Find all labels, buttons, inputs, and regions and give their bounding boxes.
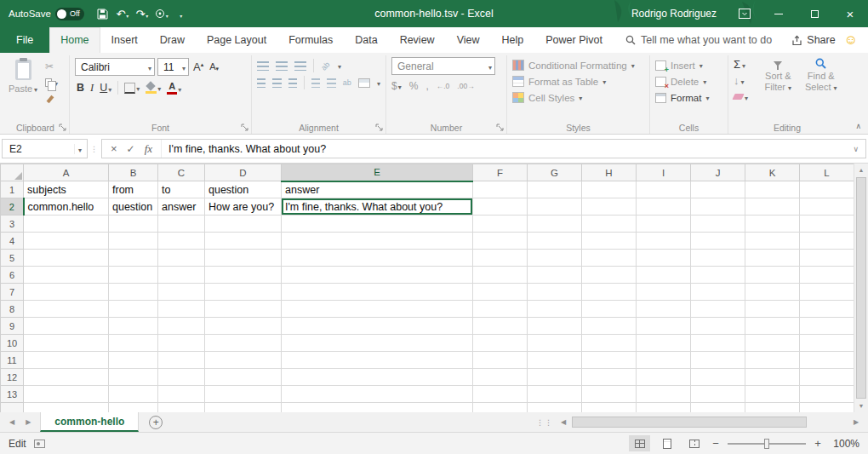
cancel-button[interactable]: × xyxy=(111,142,117,155)
cell-D13[interactable] xyxy=(205,386,282,403)
cell-L5[interactable] xyxy=(800,250,854,267)
row-header-7[interactable]: 7 xyxy=(1,284,24,301)
cell-H10[interactable] xyxy=(582,335,637,352)
page-break-view-button[interactable] xyxy=(683,435,705,451)
cell-K1[interactable] xyxy=(745,181,800,198)
cell-E13[interactable] xyxy=(282,386,473,403)
scroll-left-button[interactable]: ◀ xyxy=(557,418,570,426)
column-header-G[interactable]: G xyxy=(528,164,582,181)
cell-G10[interactable] xyxy=(528,335,582,352)
cell-B10[interactable] xyxy=(109,335,158,352)
new-sheet-button[interactable]: + xyxy=(149,416,163,429)
cell-H8[interactable] xyxy=(582,301,637,318)
cell-Hp[interactable] xyxy=(582,403,637,413)
share-button[interactable]: Share xyxy=(783,27,843,53)
cell-C11[interactable] xyxy=(158,352,205,369)
cell-A9[interactable] xyxy=(24,318,109,335)
vertical-scroll-thumb[interactable] xyxy=(856,177,866,399)
cell-I11[interactable] xyxy=(637,352,691,369)
row-header-6[interactable]: 6 xyxy=(1,267,24,284)
cell-F3[interactable] xyxy=(473,216,528,233)
page-layout-view-button[interactable] xyxy=(656,435,677,451)
tab-draw[interactable]: Draw xyxy=(149,27,196,53)
cell-D8[interactable] xyxy=(205,301,282,318)
column-header-H[interactable]: H xyxy=(582,164,637,181)
cell-G12[interactable] xyxy=(528,369,582,386)
cell-I10[interactable] xyxy=(637,335,691,352)
orientation-button[interactable]: ab xyxy=(319,59,333,72)
cell-E9[interactable] xyxy=(282,318,473,335)
tab-help[interactable]: Help xyxy=(491,27,535,53)
cell-F5[interactable] xyxy=(473,250,528,267)
cell-E1[interactable]: answer xyxy=(282,181,473,198)
cell-C1[interactable]: to xyxy=(158,181,205,198)
tab-file[interactable]: File xyxy=(0,27,49,53)
cell-K3[interactable] xyxy=(745,216,800,233)
cell-L10[interactable] xyxy=(800,335,854,352)
cell-C6[interactable] xyxy=(158,267,205,284)
cell-K13[interactable] xyxy=(745,386,800,403)
cell-K2[interactable] xyxy=(745,198,800,216)
normal-view-button[interactable] xyxy=(629,435,650,451)
cell-L4[interactable] xyxy=(800,233,854,250)
touch-mouse-mode-button[interactable] xyxy=(153,3,170,25)
wrap-text-button[interactable]: ab xyxy=(343,78,351,87)
cell-Cp[interactable] xyxy=(158,403,205,413)
column-header-I[interactable]: I xyxy=(637,164,691,181)
decrease-decimal-button[interactable]: .00→ xyxy=(457,82,474,90)
cell-D12[interactable] xyxy=(205,369,282,386)
insert-function-button[interactable]: fx xyxy=(145,142,152,156)
row-header-8[interactable]: 8 xyxy=(1,301,24,318)
font-name-select[interactable]: Calibri xyxy=(75,58,155,76)
cell-G1[interactable] xyxy=(528,181,582,198)
cell-A11[interactable] xyxy=(24,352,109,369)
number-dialog-launcher[interactable] xyxy=(496,123,505,131)
cell-A3[interactable] xyxy=(24,216,109,233)
column-header-C[interactable]: C xyxy=(158,164,205,181)
row-header-12[interactable]: 12 xyxy=(1,369,24,386)
row-header-1[interactable]: 1 xyxy=(1,181,24,198)
percent-style-button[interactable]: % xyxy=(409,80,419,92)
column-header-K[interactable]: K xyxy=(745,164,800,181)
cell-C13[interactable] xyxy=(158,386,205,403)
cell-I9[interactable] xyxy=(637,318,691,335)
find-select-button[interactable]: Find & Select xyxy=(802,57,841,102)
cell-K12[interactable] xyxy=(745,369,800,386)
cell-L2[interactable] xyxy=(800,198,854,216)
cell-E10[interactable] xyxy=(282,335,473,352)
cell-H6[interactable] xyxy=(582,267,637,284)
cell-K4[interactable] xyxy=(745,233,800,250)
cell-H2[interactable] xyxy=(582,198,637,216)
cell-E5[interactable] xyxy=(282,250,473,267)
cell-E8[interactable] xyxy=(282,301,473,318)
cell-B3[interactable] xyxy=(109,216,158,233)
row-header-13[interactable]: 13 xyxy=(1,386,24,403)
cell-A2[interactable]: common.hello xyxy=(24,198,109,216)
cell-I6[interactable] xyxy=(637,267,691,284)
fill-color-button[interactable] xyxy=(146,83,161,94)
cell-Jp[interactable] xyxy=(691,403,745,413)
cell-Bp[interactable] xyxy=(109,403,158,413)
cell-I1[interactable] xyxy=(637,181,691,198)
cell-J4[interactable] xyxy=(691,233,745,250)
cell-K10[interactable] xyxy=(745,335,800,352)
autosave-toggle[interactable]: AutoSave Off xyxy=(9,8,84,20)
cell-J12[interactable] xyxy=(691,369,745,386)
cell-J8[interactable] xyxy=(691,301,745,318)
cell-D4[interactable] xyxy=(205,233,282,250)
column-header-L[interactable]: L xyxy=(800,164,854,181)
cell-F8[interactable] xyxy=(473,301,528,318)
align-left-button[interactable] xyxy=(257,78,266,88)
cell-D3[interactable] xyxy=(205,216,282,233)
row-header-11[interactable]: 11 xyxy=(1,352,24,369)
ribbon-display-options-button[interactable] xyxy=(728,0,761,27)
cell-G13[interactable] xyxy=(528,386,582,403)
cell-K11[interactable] xyxy=(745,352,800,369)
cell-E6[interactable] xyxy=(282,267,473,284)
tell-me-box[interactable]: Tell me what you want to do xyxy=(625,27,772,53)
select-all-corner[interactable] xyxy=(1,164,24,181)
cell-H5[interactable] xyxy=(582,250,637,267)
cell-L6[interactable] xyxy=(800,267,854,284)
zoom-in-button[interactable]: + xyxy=(813,437,823,450)
cell-B9[interactable] xyxy=(109,318,158,335)
